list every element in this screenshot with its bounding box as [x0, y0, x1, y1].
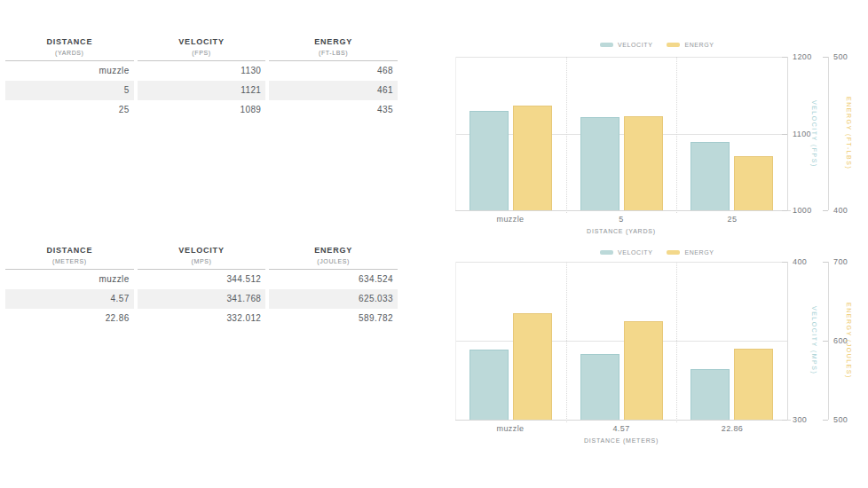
tick-mark	[782, 134, 787, 135]
legend-item-energy[interactable]: ENERGY	[667, 249, 714, 256]
energy-axis-line	[828, 262, 829, 420]
legend-item-energy[interactable]: ENERGY	[667, 42, 714, 48]
legend-item-velocity[interactable]: VELOCITY	[600, 249, 652, 256]
column-header-energy: ENERGY(JOULES)	[269, 246, 398, 270]
energy-swatch-icon	[667, 43, 680, 47]
energy-bar[interactable]	[624, 116, 663, 210]
column-label: DISTANCE	[5, 37, 134, 47]
column-header-velocity: VELOCITY(MPS)	[138, 246, 266, 270]
x-tick-label: 22.86	[697, 424, 768, 433]
x-axis-line	[455, 420, 791, 421]
x-tick-label: muzzle	[475, 424, 546, 433]
table-cell: 468	[269, 61, 398, 81]
table-cell: 344.512	[138, 270, 266, 289]
tick-mark	[823, 420, 828, 421]
tick-mark	[823, 341, 828, 342]
table-cell: 461	[269, 81, 398, 100]
table-cell: 1121	[138, 81, 266, 100]
y-axis-left-line	[455, 57, 456, 210]
tick-mark	[823, 262, 828, 263]
table-imperial: DISTANCE(YARDS)VELOCITY(FPS)ENERGY(FT-LB…	[5, 37, 398, 120]
table-cell: 1089	[138, 100, 266, 120]
column-label: DISTANCE	[5, 246, 134, 256]
energy-axis-label: ENERGY (FT-LBS)	[846, 57, 852, 210]
x-axis-title: DISTANCE (METERS)	[455, 437, 787, 444]
table-cell: 25	[5, 100, 134, 120]
x-tick-label: muzzle	[475, 215, 546, 224]
y-tick-label: 300	[793, 414, 807, 425]
tick-mark	[823, 210, 828, 211]
y-axis-left-line	[455, 262, 456, 420]
column-header-distance: DISTANCE(METERS)	[5, 246, 134, 270]
velocity-bar[interactable]	[690, 142, 730, 210]
velocity-axis-label: VELOCITY (FPS)	[811, 57, 817, 210]
y-tick-label: 1200	[793, 51, 812, 62]
x-tick-label: 4.57	[586, 424, 657, 433]
energy-axis-label: ENERGY (JOULES)	[846, 262, 852, 420]
tick-mark	[782, 57, 787, 58]
velocity-axis-line	[787, 262, 788, 420]
velocity-swatch-icon	[600, 250, 613, 255]
grid-line-vertical	[566, 262, 567, 422]
tick-mark	[782, 210, 787, 211]
energy-bar[interactable]	[734, 156, 773, 210]
x-axis-line	[455, 210, 791, 211]
column-unit: (METERS)	[5, 257, 134, 265]
column-header-energy: ENERGY(FT-LBS)	[269, 37, 398, 61]
energy-bar[interactable]	[624, 321, 663, 420]
table-cell: 22.86	[5, 309, 134, 328]
velocity-bar[interactable]	[580, 354, 619, 420]
table-cell: 341.768	[138, 289, 266, 309]
chart-legend: VELOCITYENERGY	[600, 249, 714, 256]
table-metric: DISTANCE(METERS)VELOCITY(MPS)ENERGY(JOUL…	[5, 246, 398, 328]
legend-item-velocity[interactable]: VELOCITY	[600, 42, 652, 48]
velocity-bar[interactable]	[580, 117, 619, 210]
grid-line-vertical	[676, 57, 677, 213]
energy-axis-line	[828, 57, 829, 210]
column-unit: (FPS)	[138, 49, 266, 57]
column-label: VELOCITY	[138, 246, 266, 256]
grid-line-vertical	[566, 57, 567, 213]
velocity-bar[interactable]	[470, 111, 509, 210]
table-cell: 332.012	[138, 309, 266, 328]
table-cell: 4.57	[5, 289, 134, 309]
column-header-distance: DISTANCE(YARDS)	[5, 37, 134, 61]
velocity-swatch-icon	[600, 43, 613, 47]
y-tick-label: 1100	[793, 129, 811, 139]
table-cell: 5	[5, 81, 134, 100]
chart-legend: VELOCITYENERGY	[600, 42, 714, 48]
energy-bar[interactable]	[513, 106, 552, 210]
grid-line-vertical	[676, 262, 677, 422]
table-cell: muzzle	[5, 270, 134, 289]
energy-swatch-icon	[667, 250, 680, 255]
grid-line	[455, 341, 787, 342]
table-cell: 634.524	[269, 270, 398, 289]
energy-bar[interactable]	[513, 313, 552, 420]
column-label: ENERGY	[269, 246, 398, 256]
table-cell: 435	[269, 100, 398, 120]
x-tick-label: 25	[697, 215, 768, 224]
column-header-velocity: VELOCITY(FPS)	[138, 37, 266, 61]
tick-mark	[823, 57, 828, 58]
velocity-bar[interactable]	[470, 350, 509, 420]
legend-label: ENERGY	[684, 42, 714, 48]
velocity-bar[interactable]	[690, 369, 730, 420]
table-cell: 625.033	[269, 289, 398, 309]
table-cell: muzzle	[5, 61, 134, 81]
tick-mark	[782, 420, 787, 421]
grid-line-top	[455, 262, 787, 263]
column-label: ENERGY	[269, 37, 398, 47]
x-axis-title: DISTANCE (YARDS)	[455, 228, 787, 234]
column-unit: (YARDS)	[5, 49, 134, 57]
column-unit: (FT-LBS)	[269, 49, 398, 57]
velocity-axis-label: VELOCITY (MPS)	[811, 262, 817, 420]
tick-mark	[782, 262, 787, 263]
column-label: VELOCITY	[138, 37, 266, 47]
energy-bar[interactable]	[734, 349, 773, 420]
x-tick-label: 5	[586, 215, 657, 224]
column-unit: (MPS)	[138, 257, 266, 265]
legend-label: VELOCITY	[618, 249, 652, 256]
velocity-axis-line	[787, 57, 788, 210]
column-unit: (JOULES)	[269, 257, 398, 265]
y-tick-label: 400	[793, 256, 807, 267]
